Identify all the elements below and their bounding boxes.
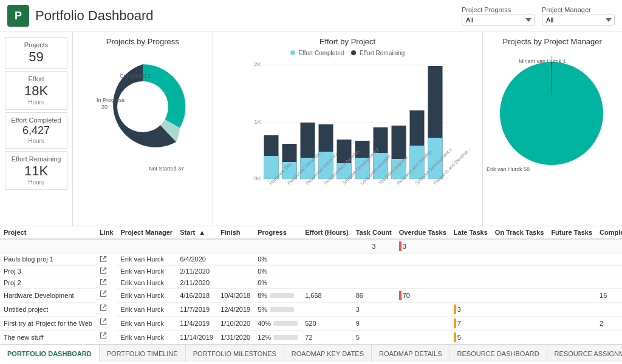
legend-dot-remaining: [351, 50, 356, 55]
bottom-tab[interactable]: RESOURCE DASHBOARD: [450, 345, 547, 362]
col-effort[interactable]: Effort (Hours): [301, 226, 352, 239]
cell-late: [450, 265, 491, 277]
donut-label-inprogress: In Progress: [97, 97, 125, 103]
cell-effort: [301, 277, 352, 288]
table-row: The new stuff Erik van Hurck 11/14/2019 …: [0, 330, 622, 344]
summary-manager: [117, 239, 177, 254]
cell-project: The new stuff: [0, 330, 96, 344]
cell-link[interactable]: [96, 316, 111, 328]
app-logo: P: [7, 5, 29, 27]
col-start[interactable]: Start ▲: [176, 226, 217, 239]
col-progress[interactable]: Progress: [254, 226, 301, 239]
charts-row: Projects 59 Effort 18K Hours Effort Comp…: [0, 32, 622, 226]
cell-start: 11/14/2019: [176, 330, 217, 344]
cell-start: 2/11/2020: [176, 277, 217, 288]
kpi-effort-completed: Effort Completed 6,427 Hours: [5, 112, 67, 149]
donut-label-inprogress-val: 20: [101, 104, 108, 110]
cell-taskcount: 3: [352, 302, 395, 316]
pie-label-mirjam: Mirjam van Hurck 1: [519, 58, 566, 64]
cell-link[interactable]: [96, 330, 111, 342]
cell-future: [547, 265, 596, 277]
cell-overdue: [395, 254, 450, 266]
filter-manager-select[interactable]: All: [542, 15, 615, 25]
cell-project: Pauls blog proj 1: [0, 254, 96, 266]
bar-chart-title: Effort by Project: [320, 37, 375, 46]
cell-link[interactable]: [96, 265, 111, 277]
cell-progress: 40%: [254, 316, 301, 330]
col-on-track[interactable]: On Track Tasks: [491, 226, 548, 239]
summary-taskcount: 3: [352, 239, 395, 254]
pie-chart-panel: Projects by Project Manager Mirjam van H…: [483, 32, 623, 226]
projects-table: Project Link Project Manager Start ▲ Fin…: [0, 226, 622, 344]
kpi-effort-remaining-label: Effort Remaining: [10, 155, 62, 163]
cell-link[interactable]: [96, 288, 111, 300]
col-task-count[interactable]: Task Count: [352, 226, 395, 239]
filter-progress-label: Project Progress: [462, 6, 535, 13]
cell-progress: 12%: [254, 330, 301, 344]
cell-finish: 12/4/2019: [217, 302, 254, 316]
cell-ontrack: [491, 265, 548, 277]
cell-link[interactable]: [96, 254, 111, 265]
bottom-tab[interactable]: PORTFOLIO DASHBOARD: [0, 344, 100, 362]
table-wrapper[interactable]: Project Link Project Manager Start ▲ Fin…: [0, 226, 622, 344]
cell-completed: [596, 277, 622, 288]
col-completed[interactable]: Completed Tasks: [596, 226, 622, 239]
pie-chart-title: Projects by Project Manager: [503, 37, 602, 46]
bar-chart-legend: Effort Completed Effort Remaining: [290, 50, 405, 56]
bottom-tab[interactable]: RESOURCE ASSIGNMENTS: [547, 345, 622, 362]
cell-taskcount: 9: [352, 316, 395, 330]
cell-project: Proj 3: [0, 265, 96, 277]
cell-completed: [596, 265, 622, 277]
table-row: Proj 2 Erik van Hurck 2/11/2020 0%: [0, 277, 622, 288]
filter-progress-select[interactable]: All: [462, 15, 535, 25]
bottom-tab[interactable]: PORTFOLIO TIMELINE: [100, 345, 186, 362]
cell-link[interactable]: [96, 302, 111, 314]
cell-effort: 1,668: [301, 288, 352, 302]
cell-link[interactable]: [96, 277, 111, 288]
cell-future: [547, 302, 596, 316]
kpi-projects-label: Projects: [10, 41, 62, 49]
col-project[interactable]: Project: [0, 226, 96, 239]
sort-arrow-start: ▲: [199, 229, 205, 236]
col-link[interactable]: Link: [96, 226, 117, 239]
bar-chart-svg: 2K 1K 0K: [218, 59, 477, 186]
cell-overdue: 70: [395, 288, 450, 302]
cell-future: [547, 330, 596, 344]
col-finish[interactable]: Finish: [217, 226, 254, 239]
donut-label-notstarted: Not Started 37: [149, 166, 184, 172]
col-manager[interactable]: Project Manager: [117, 226, 177, 239]
cell-overdue: [395, 316, 450, 330]
cell-completed: 2: [596, 316, 622, 330]
cell-ontrack: [491, 254, 548, 266]
bottom-tab[interactable]: PORTFOLIO MILESTONES: [186, 345, 284, 362]
bar-chart-panel: Effort by Project Effort Completed Effor…: [213, 32, 483, 226]
kpi-effort-remaining-sub: Hours: [10, 179, 62, 186]
bottom-tabs: PORTFOLIO DASHBOARDPORTFOLIO TIMELINEPOR…: [0, 344, 622, 362]
cell-manager: Erik van Hurck: [117, 316, 177, 330]
kpi-panel: Projects 59 Effort 18K Hours Effort Comp…: [0, 32, 73, 226]
cell-finish: 1/31/2020: [217, 330, 254, 344]
cell-overdue: [395, 330, 450, 344]
col-late[interactable]: Late Tasks: [450, 226, 491, 239]
table-section: Project Link Project Manager Start ▲ Fin…: [0, 226, 622, 344]
bottom-tab[interactable]: ROADMAP KEY DATES: [284, 345, 372, 362]
filter-group-progress: Project Progress All: [462, 6, 535, 25]
cell-start: 2/11/2020: [176, 265, 217, 277]
cell-ontrack: [491, 277, 548, 288]
kpi-effort-sub: Hours: [10, 99, 62, 106]
cell-taskcount: 5: [352, 330, 395, 344]
cell-late: 5: [450, 330, 491, 344]
col-overdue[interactable]: Overdue Tasks: [395, 226, 450, 239]
summary-progress: [254, 239, 301, 254]
kpi-projects-value: 59: [10, 50, 62, 64]
cell-progress: 8%: [254, 288, 301, 302]
cell-late: 3: [450, 302, 491, 316]
cell-manager: Erik van Hurck: [117, 288, 177, 302]
cell-taskcount: 86: [352, 288, 395, 302]
col-future[interactable]: Future Tasks: [547, 226, 596, 239]
cell-start: 11/7/2019: [176, 302, 217, 316]
cell-project: Proj 2: [0, 277, 96, 288]
cell-ontrack: [491, 316, 548, 330]
legend-dot-completed: [290, 50, 295, 55]
bottom-tab[interactable]: ROADMAP DETAILS: [372, 345, 450, 362]
